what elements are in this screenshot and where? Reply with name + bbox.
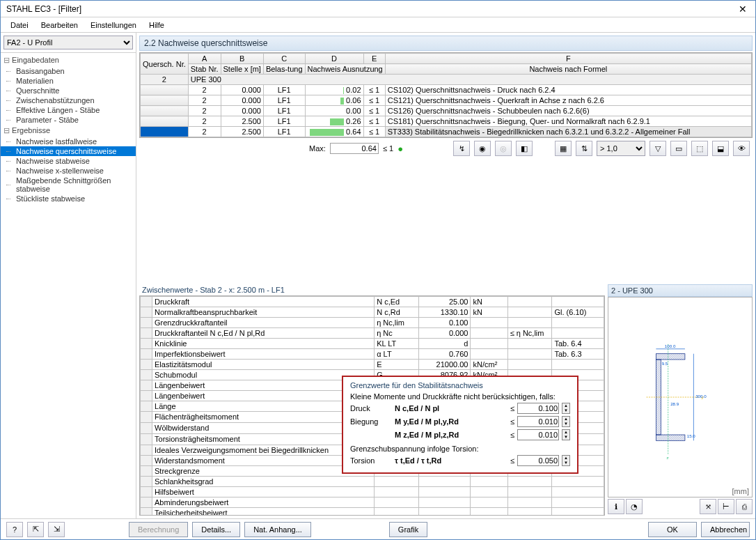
nav-item[interactable]: Materialien [1,76,136,86]
zw-row: DruckkraftN c,Ed25.00kN [141,296,604,307]
tool-sort-icon[interactable]: ⇅ [576,141,592,156]
zw-row: Druckkraftanteil N c,Ed / N pl,Rdη Nc0.0… [141,327,604,338]
overlay-input[interactable] [517,403,559,414]
svg-rect-0 [656,353,685,359]
preview-canvas: y z 100.0 300.0 9.5 15.0 28.9 [mm] [608,297,753,498]
zw-row: Teilsicherheitsbeiwert [141,507,604,516]
tool-filter-icon[interactable]: ▽ [649,141,666,156]
nav-item[interactable]: Querschnitte [1,86,136,95]
help-icon[interactable]: ? [6,522,23,537]
zw-row: Schlankheitsgrad [141,476,604,486]
profile-select[interactable]: FA2 - U Profil [3,36,133,49]
results-grid[interactable]: Quersch. Nr.ABCDEFStab Nr.Stelle x [m]Be… [139,52,753,138]
max-value[interactable] [330,143,379,154]
spin-down-icon[interactable]: ▼ [562,461,569,465]
nav-item[interactable]: Nachweise stabweise [1,156,136,166]
table-row[interactable]: 20.000LF1 0.02≤ 1CS102) Querschnittsnach… [141,85,752,95]
overlay-row: M z,Ed / M pl,z,Rd≤▲▼ [350,429,570,440]
spin-up-icon[interactable]: ▲ [562,430,569,435]
filter-select[interactable]: > 1,0 [597,141,645,156]
table-row[interactable]: 20.000LF1 0.00≤ 1CS126) Querschnittsnach… [141,106,752,116]
window-title: STAHL EC3 - [Filter] [6,4,736,14]
axes-icon[interactable]: ⤧ [700,499,716,514]
nav-item[interactable]: Maßgebende Schnittgrößen stabweise [1,176,136,194]
menu-bearbeiten[interactable]: Bearbeiten [36,20,84,31]
table-row[interactable]: 22.500LF1 0.64≤ 1ST333) Stabilitätsnachw… [141,127,752,137]
zw-row: NormalkraftbeanspruchbarkeitN c,Rd1330.1… [141,307,604,317]
zw-row: Imperfektionsbeiwertα LT0.760Tab. 6.3 [141,348,604,359]
cancel-button[interactable]: Abbrechen [701,522,750,537]
table-row[interactable]: 20.000LF1 0.06≤ 1CS121) Querschnittsnach… [141,95,752,106]
svg-text:100.0: 100.0 [665,343,676,348]
spin-down-icon[interactable]: ▼ [562,408,569,413]
print-icon[interactable]: ⎙ [736,499,753,514]
max-label: Max: [309,144,326,153]
menubar: Datei Bearbeiten Einstellungen Hilfe [1,17,755,33]
tool-pick-icon[interactable]: ▭ [670,141,687,156]
zw-header: Zwischenwerte - Stab 2 - x: 2.500 m - LF… [139,284,605,295]
details-button[interactable]: Details... [192,522,240,537]
berechnung-button[interactable]: Berechnung [129,522,188,537]
zw-row: Abminderungsbeiwert [141,497,604,507]
preview-header: 2 - UPE 300 [608,284,753,297]
nav-item[interactable]: Stückliste stabweise [1,194,136,203]
nat-anhang-button[interactable]: Nat. Anhang... [244,522,311,537]
tool-view2-icon[interactable]: ◎ [495,141,512,156]
tool-color-icon[interactable]: ◧ [516,141,533,156]
preview-unit: [mm] [732,487,749,495]
overlay-subtitle: Kleine Momente und Druckkräfte nicht ber… [350,392,570,401]
spin-up-icon[interactable]: ▲ [562,456,569,461]
spin-up-icon[interactable]: ▲ [562,417,569,422]
svg-text:28.9: 28.9 [670,401,679,406]
material-icon[interactable]: ◔ [626,499,643,514]
tool-view1-icon[interactable]: ◉ [474,141,491,156]
nav-group[interactable]: Eingabedaten [1,54,136,66]
menu-hilfe[interactable]: Hilfe [143,20,170,31]
overlay-row: Torsionτ t,Ed / τ t,Rd≤▲▼ [350,455,570,466]
svg-text:15.0: 15.0 [687,433,696,438]
overlay-subtitle2: Grenzschubspannung infolge Torsion: [350,445,570,453]
tool-eye-icon[interactable]: 👁 [733,141,750,156]
spin-down-icon[interactable]: ▼ [562,435,569,440]
zw-row: Grenzdruckkraftanteilη Nc,lim0.100 [141,317,604,327]
svg-text:z: z [667,454,669,459]
tool-goto-icon[interactable]: ↯ [453,141,470,156]
menu-einstellungen[interactable]: Einstellungen [85,20,142,31]
zw-row: ElastizitätsmodulE21000.00kN/cm² [141,359,604,369]
spin-up-icon[interactable]: ▲ [562,403,569,408]
ok-button[interactable]: OK [648,522,697,537]
overlay-row: DruckN c,Ed / N pl≤▲▼ [350,403,570,414]
overlay-input[interactable] [517,455,559,466]
overlay-input[interactable] [517,429,559,440]
nav-item[interactable]: Effektive Längen - Stäbe [1,105,136,115]
overlay-title: Grenzwerte für den Stabilitätsnachweis [350,381,570,389]
zw-row: KnicklinieKL LTdTab. 6.4 [141,338,604,348]
nav-item[interactable]: Parameter - Stäbe [1,115,136,125]
export2-icon[interactable]: ⇲ [48,522,65,537]
nav-item[interactable]: Nachweise querschnittsweise [1,146,136,156]
svg-rect-2 [656,435,685,440]
nav-item[interactable]: Zwischenabstützungen [1,95,136,105]
overlay-row: BiegungM y,Ed / M pl,y,Rd≤▲▼ [350,416,570,427]
section-header: 2.2 Nachweise querschnittsweise [139,36,753,51]
nav-item[interactable]: Basisangaben [1,66,136,76]
export1-icon[interactable]: ⇱ [27,522,44,537]
nav-group[interactable]: Ergebnisse [1,125,136,137]
tool-table-icon[interactable]: ▦ [555,141,572,156]
ok-icon: ● [397,144,403,154]
nav-item[interactable]: Nachweise x-stellenweise [1,166,136,176]
close-icon[interactable]: ✕ [736,3,750,15]
zw-row: Hilfsbeiwert [141,486,604,497]
menu-datei[interactable]: Datei [5,20,34,31]
svg-text:300.0: 300.0 [695,394,707,399]
table-row[interactable]: 22.500LF1 0.26≤ 1CS181) Querschnittsnach… [141,116,752,127]
info-icon[interactable]: ℹ [608,499,624,514]
grafik-button[interactable]: Grafik [389,522,427,537]
max-cmp: ≤ 1 [383,144,393,153]
dim-icon[interactable]: ⊢ [718,499,734,514]
spin-down-icon[interactable]: ▼ [562,422,569,426]
overlay-input[interactable] [517,416,559,427]
nav-item[interactable]: Nachweise lastfallweise [1,137,136,146]
tool-layer1-icon[interactable]: ⬚ [691,141,708,156]
tool-layer2-icon[interactable]: ⬓ [712,141,729,156]
